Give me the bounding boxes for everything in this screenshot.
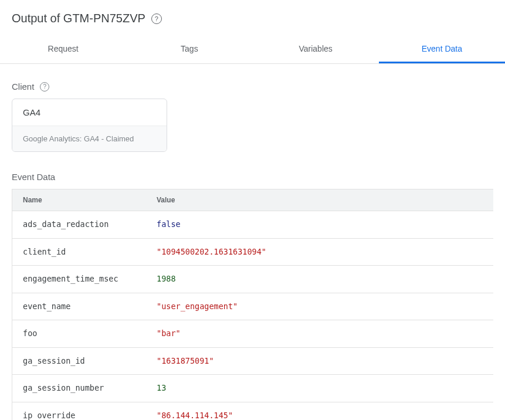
table-row[interactable]: ip_override"86.144.114.145" xyxy=(12,402,493,420)
cell-value: false xyxy=(146,211,493,238)
cell-name: foo xyxy=(12,320,146,347)
tab-request[interactable]: Request xyxy=(0,36,126,63)
table-header: Name Value xyxy=(12,189,493,211)
table-row[interactable]: ads_data_redactionfalse xyxy=(12,211,493,239)
cell-name: client_id xyxy=(12,239,146,266)
table-row[interactable]: engagement_time_msec1988 xyxy=(12,266,493,293)
cell-value: "1631875091" xyxy=(146,348,493,375)
table-row[interactable]: ga_session_id"1631875091" xyxy=(12,348,493,375)
table-row[interactable]: ga_session_number13 xyxy=(12,375,493,402)
cell-name: ga_session_id xyxy=(12,348,146,375)
tab-tags[interactable]: Tags xyxy=(126,36,252,63)
cell-name: ga_session_number xyxy=(12,375,146,402)
cell-value: 1988 xyxy=(146,266,493,293)
table-row[interactable]: client_id"1094500202.1631631094" xyxy=(12,239,493,266)
client-name: GA4 xyxy=(12,99,167,126)
cell-value: "user_engagement" xyxy=(146,293,493,320)
cell-value: "1094500202.1631631094" xyxy=(146,239,493,266)
table-row[interactable]: foo"bar" xyxy=(12,320,493,348)
cell-value: "bar" xyxy=(146,320,493,347)
cell-name: ads_data_redaction xyxy=(12,211,146,238)
event-data-table: Name Value ads_data_redactionfalseclient… xyxy=(12,189,493,420)
column-header-value: Value xyxy=(146,189,493,211)
column-header-name: Name xyxy=(12,189,146,211)
client-section-header: Client ? xyxy=(12,82,493,92)
client-box[interactable]: GA4 Google Analytics: GA4 - Claimed xyxy=(12,99,167,152)
help-icon[interactable]: ? xyxy=(40,82,49,92)
page-title-row: Output of GTM-PN75ZVP ? xyxy=(12,12,493,25)
cell-name: event_name xyxy=(12,293,146,320)
help-icon[interactable]: ? xyxy=(151,13,162,24)
table-row[interactable]: event_name"user_engagement" xyxy=(12,293,493,321)
cell-name: ip_override xyxy=(12,402,146,420)
event-data-section-label: Event Data xyxy=(12,172,493,182)
client-description: Google Analytics: GA4 - Claimed xyxy=(12,126,167,151)
page-title: Output of GTM-PN75ZVP xyxy=(12,12,145,25)
cell-value: 13 xyxy=(146,375,493,402)
cell-name: engagement_time_msec xyxy=(12,266,146,293)
tab-event-data[interactable]: Event Data xyxy=(379,36,505,63)
client-section-label: Client xyxy=(12,82,34,92)
tabs: RequestTagsVariablesEvent Data xyxy=(0,36,505,64)
cell-value: "86.144.114.145" xyxy=(146,402,493,420)
tab-variables[interactable]: Variables xyxy=(253,36,379,63)
